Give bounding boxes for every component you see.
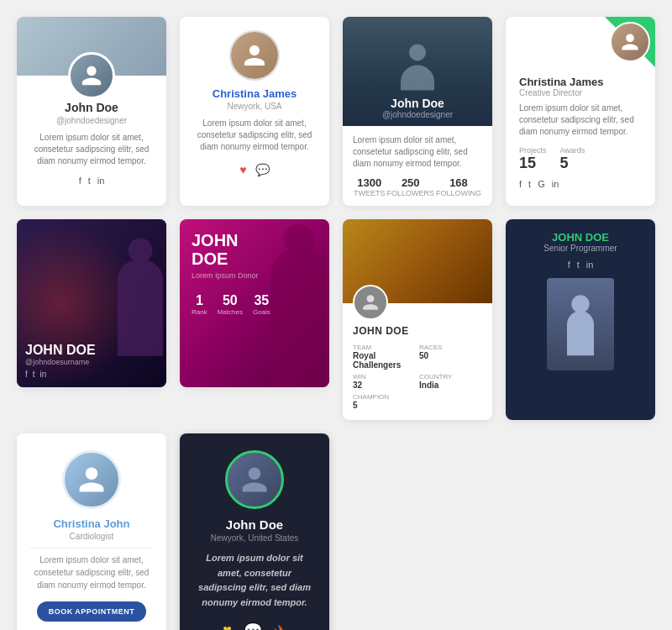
person-handle: @johndoesurname <box>25 358 158 366</box>
stats-row: 1 Rank 50 Matches 35 Goals <box>192 293 318 316</box>
matches-label: Matches <box>218 308 243 316</box>
divider <box>30 548 153 549</box>
following-count: 168 <box>436 176 481 189</box>
projects-metric: Projects 15 <box>519 146 547 172</box>
rank-count: 1 <box>192 293 207 308</box>
country-value: India <box>419 381 482 390</box>
avatar <box>62 450 121 509</box>
card-body: JOHN DOE Senior Programmer f t in <box>506 219 655 382</box>
avatar-wrap <box>68 52 115 99</box>
name-overlay: John Doe @johndoedesigner <box>343 97 492 119</box>
person-silhouette <box>559 291 601 358</box>
spacer <box>343 433 655 630</box>
facebook-icon[interactable]: f <box>568 260 570 270</box>
person-icon <box>361 293 380 312</box>
champion-value: 5 <box>353 401 416 410</box>
avatar <box>229 30 280 81</box>
heart-icon[interactable]: ♥ <box>223 622 232 630</box>
card-christina-james: Christina James Newyork, USA Lorem ipsum… <box>180 17 329 206</box>
card-john-doe-pink: JOHNDOE Lorem Ipsum Donor 1 Rank 50 Matc… <box>180 219 329 387</box>
linkedin-icon[interactable]: in <box>97 176 105 186</box>
book-appointment-button[interactable]: BOOK APPOINTMENT <box>37 601 147 622</box>
svg-point-0 <box>409 45 426 61</box>
goals-count: 35 <box>253 293 270 308</box>
followers-count: 250 <box>386 176 434 189</box>
social-links: f t G in <box>519 179 642 189</box>
avatar <box>610 22 650 62</box>
goals-stat: 35 Goals <box>253 293 270 316</box>
silhouette <box>392 38 443 105</box>
person-bio: Lorem ipsum dolor sit amet, consetetur s… <box>519 102 642 138</box>
person-icon <box>242 43 267 68</box>
person-icon <box>76 465 107 495</box>
team-label: TEAM <box>353 344 416 351</box>
person-name: JOHN DOE <box>25 343 158 358</box>
person-name: John Doe <box>343 97 492 110</box>
card-john-doe-dark: John Doe Newyork, United States Lorem ip… <box>180 433 329 630</box>
stats-grid: TEAM Royal Challengers RACES 50 WIN 32 C… <box>353 344 482 410</box>
google-icon[interactable]: G <box>538 179 545 189</box>
rank-stat: 1 Rank <box>192 293 207 316</box>
card-christina-john: Christina John Cardiologist Lorem ipsum … <box>17 433 166 630</box>
metrics-row: Projects 15 Awards 5 <box>519 146 642 172</box>
tweets-label: TWEETS <box>354 189 386 197</box>
card-christina-james-green: Christina James Creative Director Lorem … <box>506 17 655 206</box>
card-body: John Doe @johndoedesigner Lorem ipsum do… <box>17 101 166 186</box>
goals-label: Goals <box>253 308 270 316</box>
send-icon[interactable]: ✈ <box>274 622 286 630</box>
country-label: COUNTRY <box>419 373 482 381</box>
action-icons: ♥ 💬 <box>193 163 316 176</box>
card-cover <box>17 17 166 76</box>
races-stat: RACES 50 <box>419 344 482 370</box>
person-name: JOHN DOE <box>353 325 482 337</box>
twitter-icon[interactable]: t <box>33 370 35 379</box>
awards-metric: Awards 5 <box>560 146 585 172</box>
country-stat: COUNTRY India <box>419 373 482 390</box>
projects-count: 15 <box>519 155 547 172</box>
person-role: Cardiologist <box>30 532 153 541</box>
champion-stat: CHAMPION 5 <box>353 393 416 410</box>
person-name: JOHN DOE <box>517 231 643 244</box>
followers-stat: 250 FOLLOWERS <box>386 176 434 197</box>
person-bio: Lorem Ipsum Donor <box>192 271 318 280</box>
card-top-image <box>343 219 492 303</box>
person-icon <box>620 32 640 52</box>
facebook-icon[interactable]: f <box>519 179 522 189</box>
awards-count: 5 <box>560 155 585 172</box>
twitter-icon[interactable]: t <box>88 176 91 186</box>
tweets-count: 1300 <box>354 176 386 189</box>
stats-row: 1300 TWEETS 250 FOLLOWERS 168 FOLLOWING <box>353 176 482 197</box>
linkedin-icon[interactable]: in <box>40 370 47 379</box>
person-icon <box>239 465 270 495</box>
person-name: Christina John <box>30 517 153 530</box>
heart-icon[interactable]: ♥ <box>239 163 246 176</box>
person-title: Creative Director <box>519 88 642 97</box>
chat-icon[interactable]: 💬 <box>244 622 262 630</box>
person-bio: Lorem ipsum dolor sit amet, consetetur s… <box>193 551 316 610</box>
card-body: JOHN DOE TEAM Royal Challengers RACES 50… <box>343 303 492 420</box>
card-body: Lorem ipsum dolor sit amet, consetetur s… <box>343 126 492 206</box>
twitter-icon[interactable]: t <box>528 179 531 189</box>
person-bio: Lorem ipsum dolor sit amet, consetetur s… <box>353 134 482 170</box>
awards-label: Awards <box>560 146 585 155</box>
card-john-doe-stats: John Doe @johndoedesigner Lorem ipsum do… <box>343 17 492 206</box>
linkedin-icon[interactable]: in <box>586 260 594 270</box>
svg-point-1 <box>129 239 153 263</box>
projects-label: Projects <box>519 146 547 155</box>
linkedin-icon[interactable]: in <box>552 179 559 189</box>
avatar <box>225 450 284 509</box>
following-label: FOLLOWING <box>436 189 481 197</box>
card-bg-image: John Doe @johndoedesigner <box>343 17 492 126</box>
person-handle: @johndoedesigner <box>343 110 492 119</box>
social-links: f t in <box>27 176 156 186</box>
card-bottom-info: JOHN DOE @johndoesurname f t in <box>25 343 158 379</box>
facebook-icon[interactable]: f <box>79 176 81 186</box>
card-john-doe-dark-portrait: JOHN DOE @johndoesurname f t in <box>17 219 166 387</box>
matches-count: 50 <box>218 293 243 308</box>
team-value: Royal Challengers <box>353 351 416 370</box>
avatar <box>353 285 388 320</box>
twitter-icon[interactable]: t <box>577 260 580 270</box>
person-handle: @johndoedesigner <box>27 116 156 125</box>
chat-icon[interactable]: 💬 <box>255 163 270 176</box>
facebook-icon[interactable]: f <box>25 370 28 379</box>
